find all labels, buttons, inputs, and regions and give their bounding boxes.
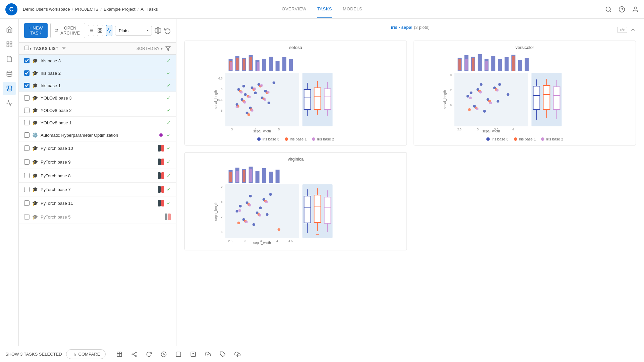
task-name: Automatic Hyperparameter Optimization: [41, 133, 157, 138]
task-checkbox-pytorch-7[interactable]: [24, 187, 30, 192]
tab-models[interactable]: MODELS: [343, 0, 362, 18]
main-content: + NEW TASK OPEN ARCHIVE: [19, 19, 644, 346]
chart-view-button[interactable]: [106, 25, 112, 36]
task-checkbox-yolov8-base-2[interactable]: [24, 108, 30, 113]
task-type-icon: 🎓: [32, 58, 38, 63]
tab-overview[interactable]: OVERVIEW: [282, 0, 307, 18]
svg-text:5: 5: [278, 128, 280, 131]
task-item-pytorch-base-8[interactable]: 🎓 PyTorch base 8 ✓: [19, 169, 176, 183]
section-title: iris - sepal (3 plots): [391, 24, 429, 30]
tasks-toolbar: + NEW TASK OPEN ARCHIVE: [19, 19, 176, 43]
stop-action[interactable]: [173, 349, 184, 360]
task-checkbox-pytorch-9[interactable]: [24, 159, 30, 165]
sidebar-reports[interactable]: [3, 52, 16, 66]
task-item-iris-base-1[interactable]: 🎓 Iris base 1 ✓: [19, 79, 176, 92]
task-item-iris-base-3[interactable]: 🎓 Iris base 3 ✓: [19, 55, 176, 67]
script-action[interactable]: [188, 349, 199, 360]
move-action[interactable]: [232, 349, 243, 360]
task-checkbox-iris-base-2[interactable]: [24, 70, 30, 76]
status-dual: [158, 186, 164, 193]
task-type-icon: ⚙️: [32, 132, 38, 138]
task-status-check: ✓: [167, 173, 171, 178]
filter-icon[interactable]: [165, 46, 171, 51]
refresh-icon[interactable]: [164, 27, 171, 34]
task-checkbox-iris-base-3[interactable]: [24, 58, 30, 63]
svg-point-81: [254, 87, 256, 90]
svg-rect-6: [7, 42, 9, 44]
sidebar-datasets[interactable]: [3, 67, 16, 80]
new-task-button[interactable]: + NEW TASK: [24, 23, 48, 38]
sidebar-projects[interactable]: [3, 38, 16, 51]
task-checkbox-pytorch-11[interactable]: [24, 200, 30, 206]
tag-action[interactable]: [217, 349, 228, 360]
collapse-plots-icon[interactable]: [630, 27, 636, 33]
embed-button[interactable]: </>: [617, 27, 627, 33]
dag-action[interactable]: [129, 349, 140, 360]
history-action[interactable]: [158, 349, 169, 360]
task-status-check: ✓: [167, 108, 171, 113]
task-checkbox-iris-base-1[interactable]: [24, 83, 30, 88]
list-view-button[interactable]: [88, 25, 94, 36]
task-item-pytorch-base-10[interactable]: 🎓 PyTorch base 10 ✓: [19, 141, 176, 155]
legend-dot: [541, 137, 544, 141]
svg-rect-101: [478, 54, 482, 71]
task-type-icon: 🎓: [32, 187, 38, 192]
breadcrumb-tasks[interactable]: All Tasks: [141, 7, 158, 12]
task-checkbox-pytorch-10[interactable]: [24, 145, 30, 151]
svg-rect-112: [465, 59, 468, 70]
user-icon[interactable]: [632, 6, 639, 13]
breadcrumb: Demo User's workspace / PROJECTS / Examp…: [23, 7, 158, 12]
breadcrumb-projects[interactable]: PROJECTS: [75, 7, 98, 12]
task-checkbox-yolov8-base-1[interactable]: [24, 120, 30, 125]
svg-line-220: [133, 354, 136, 356]
plots-container: iris - sepal (3 plots) </> setosa: [176, 19, 644, 256]
task-checkbox-pytorch-partial[interactable]: [24, 214, 30, 220]
svg-marker-28: [166, 47, 170, 51]
plot-setosa: setosa: [184, 41, 407, 145]
task-checkbox-pytorch-8[interactable]: [24, 173, 30, 178]
list-icon: [88, 28, 94, 33]
task-item-pytorch-base-9[interactable]: 🎓 PyTorch base 9 ✓: [19, 155, 176, 169]
logo-icon: C: [5, 3, 17, 15]
svg-rect-90: [304, 89, 311, 110]
task-item-hpo[interactable]: ⚙️ Automatic Hyperparameter Optimization…: [19, 129, 176, 141]
open-archive-button[interactable]: OPEN ARCHIVE: [50, 23, 85, 38]
chart-icon: [106, 28, 112, 33]
svg-rect-38: [289, 59, 293, 71]
task-item-pytorch-base-partial[interactable]: 🎓 PyTorch base 5: [19, 210, 176, 224]
compare-button[interactable]: COMPARE: [66, 349, 106, 359]
svg-point-80: [248, 96, 251, 98]
plots-select[interactable]: Plots: [115, 26, 152, 36]
filter-config-icon[interactable]: [61, 46, 66, 51]
task-checkbox-yolov8-base-3[interactable]: [24, 95, 30, 101]
sorted-by[interactable]: SORTED BY ▾: [137, 46, 163, 51]
breadcrumb-project[interactable]: Example Project: [104, 7, 136, 12]
search-icon[interactable]: [605, 6, 612, 13]
task-type-icon: 🎓: [32, 173, 38, 178]
sidebar-home[interactable]: [3, 23, 16, 36]
table-view-action[interactable]: [114, 349, 125, 360]
bottom-bar: SHOW 3 TASKS SELECTED COMPARE: [0, 346, 644, 362]
svg-rect-111: [512, 56, 515, 71]
task-item-pytorch-base-11[interactable]: 🎓 PyTorch base 11 ✓: [19, 196, 176, 210]
task-item-pytorch-base-7[interactable]: 🎓 PyTorch base 7 ✓: [19, 183, 176, 196]
sidebar-pipelines[interactable]: [3, 97, 16, 110]
grid-view-button[interactable]: [97, 25, 103, 36]
svg-point-189: [237, 222, 240, 224]
refresh-action[interactable]: [144, 349, 154, 360]
task-item-yolov8-base-2[interactable]: 🎓 YOLOv8 base 2 ✓: [19, 104, 176, 117]
task-item-yolov8-base-1[interactable]: 🎓 YOLOv8 base 1 ✓: [19, 117, 176, 129]
collapse-button[interactable]: [24, 45, 30, 52]
svg-text:2.5: 2.5: [457, 128, 462, 131]
right-toolbar-area: Plots: [115, 26, 171, 36]
breadcrumb-workspace[interactable]: Demo User's workspace: [23, 7, 70, 12]
task-checkbox-hpo[interactable]: [24, 132, 30, 138]
task-item-yolov8-base-3[interactable]: 🎓 YOLOv8 base 3 ✓: [19, 92, 176, 104]
tab-tasks[interactable]: TASKS: [317, 0, 332, 18]
help-icon[interactable]: [619, 6, 625, 13]
task-item-iris-base-2[interactable]: 🎓 Iris base 2 ✓: [19, 67, 176, 79]
settings-icon[interactable]: [155, 27, 161, 34]
upload-action[interactable]: [203, 349, 213, 360]
sidebar-experiments[interactable]: [3, 82, 16, 95]
tasks-panel: + NEW TASK OPEN ARCHIVE: [19, 19, 176, 346]
